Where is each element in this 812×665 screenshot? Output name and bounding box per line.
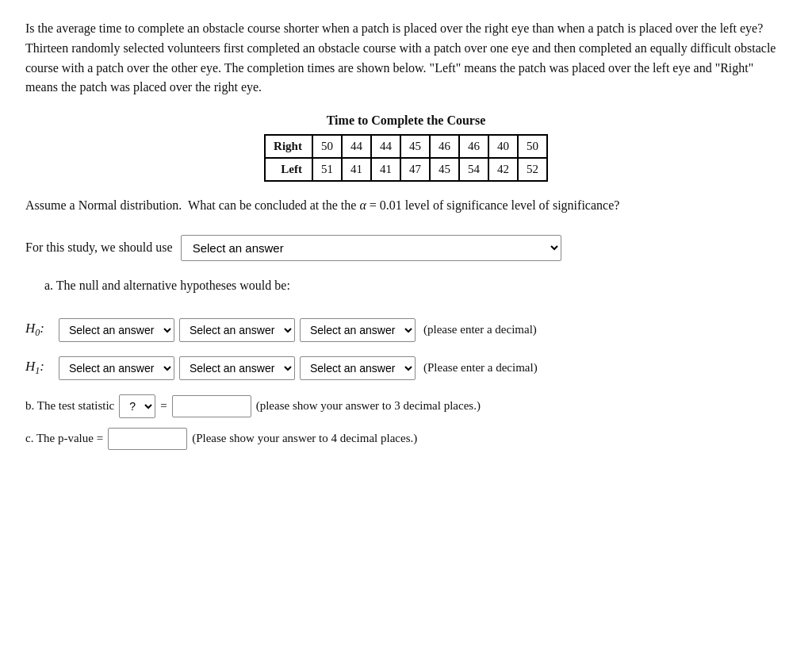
- right-val-1: 50: [312, 135, 342, 158]
- right-val-2: 44: [342, 135, 371, 158]
- c-row: c. The p-value = (Please show your answe…: [25, 428, 787, 450]
- study-select[interactable]: Select an answer: [181, 235, 561, 261]
- table-row-left: Left 51 41 41 47 45 54 42 52: [265, 158, 547, 181]
- left-val-2: 41: [342, 158, 371, 181]
- left-val-8: 52: [518, 158, 547, 181]
- b-row: b. The test statistic ? = (please show y…: [25, 394, 787, 418]
- right-val-5: 46: [430, 135, 459, 158]
- left-label: Left: [265, 158, 312, 181]
- h0-row: H0: Select an answer Select an answer Se…: [25, 318, 787, 342]
- right-val-6: 46: [459, 135, 488, 158]
- h1-row: H1: Select an answer Select an answer Se…: [25, 356, 787, 380]
- table-row-right: Right 50 44 44 45 46 46 40 50: [265, 135, 547, 158]
- left-val-7: 42: [488, 158, 518, 181]
- table-title: Time to Complete the Course: [25, 113, 787, 128]
- right-val-7: 40: [488, 135, 518, 158]
- b-note: (please show your answer to 3 decimal pl…: [256, 399, 481, 413]
- right-val-8: 50: [518, 135, 547, 158]
- left-val-4: 47: [400, 158, 430, 181]
- right-val-4: 45: [400, 135, 430, 158]
- h0-select-1[interactable]: Select an answer: [59, 318, 174, 342]
- hypotheses-section: a. The null and alternative hypotheses w…: [25, 279, 787, 380]
- h0-select-2[interactable]: Select an answer: [179, 318, 295, 342]
- study-row: For this study, we should use Select an …: [25, 235, 787, 261]
- h1-symbol: H1:: [25, 359, 54, 377]
- h1-select-1[interactable]: Select an answer: [59, 356, 174, 380]
- h0-note: (please enter a decimal): [423, 323, 537, 336]
- bc-section: b. The test statistic ? = (please show y…: [25, 394, 787, 450]
- h0-select-3[interactable]: Select an answer: [300, 318, 416, 342]
- intro-paragraph: Is the average time to complete an obsta…: [25, 19, 787, 98]
- left-val-3: 41: [371, 158, 400, 181]
- data-table-section: Time to Complete the Course Right 50 44 …: [25, 113, 787, 182]
- hyp-section-label: a. The null and alternative hypotheses w…: [44, 279, 787, 293]
- left-val-6: 54: [459, 158, 488, 181]
- test-stat-input[interactable]: [172, 395, 251, 417]
- b-label: b. The test statistic: [25, 399, 114, 413]
- h1-select-3[interactable]: Select an answer: [300, 356, 416, 380]
- test-stat-select[interactable]: ?: [119, 394, 155, 418]
- h0-symbol: H0:: [25, 321, 54, 339]
- study-label: For this study, we should use: [25, 240, 173, 255]
- right-label: Right: [265, 135, 312, 158]
- data-table: Right 50 44 44 45 46 46 40 50 Left 51 41…: [264, 134, 548, 182]
- h1-select-2[interactable]: Select an answer: [179, 356, 295, 380]
- assume-paragraph: Assume a Normal distribution. What can b…: [25, 196, 787, 216]
- c-label: c. The p-value =: [25, 432, 103, 445]
- pvalue-input[interactable]: [108, 428, 187, 450]
- left-val-1: 51: [312, 158, 342, 181]
- h1-note: (Please enter a decimal): [423, 361, 538, 375]
- c-note: (Please show your answer to 4 decimal pl…: [192, 432, 417, 445]
- equals-sign: =: [160, 399, 167, 413]
- left-val-5: 45: [430, 158, 459, 181]
- right-val-3: 44: [371, 135, 400, 158]
